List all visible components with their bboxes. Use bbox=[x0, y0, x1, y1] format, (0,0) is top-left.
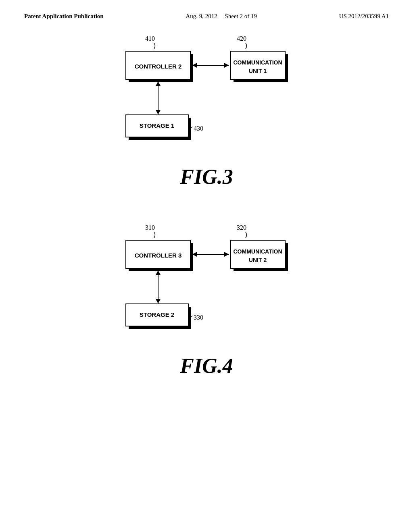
fig3-storage-label: STORAGE 1 bbox=[140, 122, 174, 129]
fig3-comm-label-line2: UNIT 1 bbox=[249, 68, 267, 74]
fig4-ref-330: 330 bbox=[194, 314, 203, 321]
header-patent-number: US 2012/203599 A1 bbox=[339, 13, 389, 20]
fig3-caption: FIG.3 bbox=[180, 165, 233, 189]
fig4-ref-310: 310 bbox=[145, 224, 155, 231]
fig3-ref-420: 420 bbox=[237, 35, 246, 42]
fig3-arrow-down-head bbox=[156, 110, 161, 114]
fig4-diagram: 310 320 CONTROLLER 3 COMMUNICATION UNIT … bbox=[86, 213, 327, 346]
fig4-comm-label-line2: UNIT 2 bbox=[249, 257, 267, 263]
fig4-comm-label-line1: COMMUNICATION bbox=[233, 248, 282, 255]
fig3-ref-410: 410 bbox=[145, 35, 155, 42]
fig4-bracket-330: ~ bbox=[189, 312, 193, 320]
header-date-sheet: Aug. 9, 2012 Sheet 2 of 19 bbox=[186, 13, 257, 20]
fig3-comm-label-line1: COMMUNICATION bbox=[233, 59, 282, 66]
fig3-diagram: 410 420 CONTROLLER 2 COMMUNICATION UNIT … bbox=[86, 24, 327, 157]
fig4-arrow-right-head bbox=[224, 252, 229, 257]
header-date: Aug. 9, 2012 bbox=[186, 13, 217, 19]
fig3-bracket-430: ~ bbox=[189, 123, 193, 131]
fig3-arrow-right-head bbox=[224, 63, 229, 68]
fig4-storage-label: STORAGE 2 bbox=[140, 311, 174, 318]
fig4-controller-label: CONTROLLER 3 bbox=[135, 252, 182, 259]
figure-3-section: 410 420 CONTROLLER 2 COMMUNICATION UNIT … bbox=[0, 24, 413, 189]
fig4-caption: FIG.4 bbox=[180, 354, 233, 378]
header-sheet: Sheet 2 of 19 bbox=[225, 13, 257, 19]
figure-4-section: 310 320 CONTROLLER 3 COMMUNICATION UNIT … bbox=[0, 213, 413, 378]
page-header: Patent Application Publication Aug. 9, 2… bbox=[0, 0, 413, 20]
header-publication-type: Patent Application Publication bbox=[24, 13, 104, 20]
fig4-ref-320: 320 bbox=[237, 224, 246, 231]
fig4-arrow-down-head bbox=[156, 299, 161, 303]
fig3-ref-430: 430 bbox=[194, 125, 203, 132]
fig3-controller-label: CONTROLLER 2 bbox=[135, 63, 182, 70]
